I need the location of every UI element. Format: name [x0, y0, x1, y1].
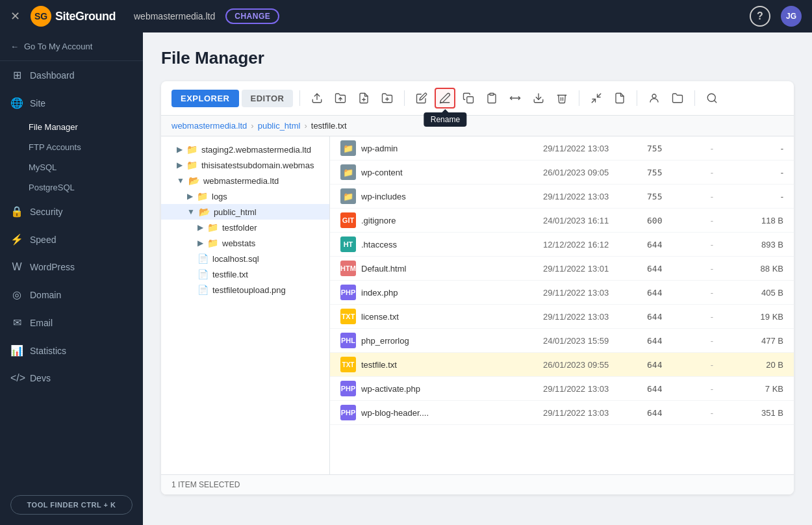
file-row[interactable]: 📁 wp-includes 29/11/2022 13:03 755 - - — [330, 185, 794, 209]
svg-rect-7 — [490, 94, 494, 96]
sidebar-item-devs[interactable]: </> Devs — [0, 365, 143, 392]
upload-file-button[interactable] — [307, 88, 327, 109]
download-icon — [533, 92, 544, 104]
user-avatar[interactable]: JG — [781, 6, 802, 27]
tree-item-testfile[interactable]: 📄 testfile.txt — [161, 266, 329, 282]
ht-file-icon: HT — [340, 237, 356, 252]
file-name-cell: PHP wp-blog-header.... — [340, 405, 543, 420]
new-file-icon — [358, 92, 370, 104]
file-name-cell: 📁 wp-includes — [340, 188, 543, 204]
sidebar-item-domain[interactable]: ◎ Domain — [0, 281, 143, 309]
tree-item-webmastermedia[interactable]: ▼ 📂 webmastermedia.ltd — [161, 173, 329, 188]
extract-icon — [614, 92, 626, 104]
sidebar-item-wordpress[interactable]: W WordPress — [0, 253, 143, 281]
tool-finder-button[interactable]: TOOL FINDER CTRL + K — [10, 495, 133, 515]
sidebar-item-email[interactable]: ✉ Email — [0, 309, 143, 337]
sidebar-item-statistics[interactable]: 📊 Statistics — [0, 337, 143, 365]
tree-item-staging2[interactable]: ▶ 📁 staging2.webmastermedia.ltd — [161, 142, 329, 157]
tree-item-thisisatest[interactable]: ▶ 📁 thisisatestsubdomain.webmas — [161, 157, 329, 173]
breadcrumb: webmastermedia.ltd › public_html › testf… — [161, 116, 794, 136]
sidebar-item-ftp[interactable]: FTP Accounts — [0, 137, 143, 157]
close-icon[interactable]: ✕ — [10, 9, 20, 23]
file-row[interactable]: GIT .gitignore 24/01/2023 16:11 600 - 11… — [330, 209, 794, 233]
compress-button[interactable] — [586, 88, 607, 109]
logo-icon: SG — [31, 6, 51, 27]
back-to-account[interactable]: ← Go To My Account — [0, 32, 143, 61]
new-folder-button[interactable] — [377, 88, 398, 109]
code-icon: </> — [10, 372, 23, 384]
file-row[interactable]: HT .htaccess 12/12/2022 16:12 644 - 893 … — [330, 233, 794, 257]
file-row[interactable]: TXT license.txt 29/11/2022 13:03 644 - 1… — [330, 305, 794, 329]
tree-item-logs[interactable]: ▶ 📁 logs — [161, 188, 329, 204]
svg-point-12 — [652, 94, 656, 98]
file-name-cell: HT .htaccess — [340, 237, 543, 252]
tree-item-testfiletoupload[interactable]: 📄 testfiletoupload.png — [161, 282, 329, 298]
txt-file-icon: TXT — [340, 309, 356, 324]
bar-chart-icon: 📊 — [10, 344, 23, 357]
upload-folder-button[interactable] — [330, 88, 351, 109]
extract-button[interactable] — [609, 88, 630, 109]
sidebar-item-security[interactable]: 🔒 Security — [0, 198, 143, 225]
edit-button[interactable] — [411, 88, 432, 109]
tree-item-public-html[interactable]: ▼ 📂 public_html — [161, 204, 329, 220]
new-folder-alt-button[interactable] — [667, 88, 688, 109]
sidebar-item-mysql[interactable]: MySQL — [0, 157, 143, 177]
sidebar-item-dashboard[interactable]: ⊞ Dashboard — [0, 61, 143, 89]
breadcrumb-public-html[interactable]: public_html — [258, 121, 301, 131]
php-file-icon: PHP — [340, 381, 356, 396]
file-row[interactable]: PHL php_errorlog 24/01/2023 15:59 644 - … — [330, 329, 794, 353]
rename-button[interactable]: Rename — [435, 88, 455, 109]
folder-icon: 📁 — [197, 191, 208, 201]
topbar-domain: webmastermedia.ltd — [134, 11, 215, 21]
download-button[interactable] — [528, 88, 549, 109]
search-button[interactable] — [702, 88, 722, 109]
file-row[interactable]: 📁 wp-content 26/01/2023 09:05 755 - - — [330, 160, 794, 185]
paste-button[interactable] — [481, 88, 502, 109]
permissions-button[interactable] — [644, 88, 665, 109]
tree-item-testfolder[interactable]: ▶ 📁 testfolder — [161, 220, 329, 235]
zap-icon: ⚡ — [10, 233, 23, 246]
delete-button[interactable] — [552, 88, 572, 109]
fm-toolbar: EXPLORER EDITOR — [161, 81, 794, 116]
folder-icon: 📁 — [340, 164, 356, 180]
upload-file-icon — [311, 92, 323, 104]
move-button[interactable] — [505, 88, 526, 109]
folder-open-icon: 📂 — [199, 207, 210, 217]
copy-button[interactable] — [458, 88, 479, 109]
tree-item-webstats[interactable]: ▶ 📁 webstats — [161, 235, 329, 251]
folder-icon: 📁 — [186, 144, 197, 155]
change-button[interactable]: CHANGE — [225, 8, 279, 24]
tree-item-localhost-sql[interactable]: 📄 localhost.sql — [161, 251, 329, 266]
file-row[interactable]: PHP wp-blog-header.... 29/11/2022 13:03 … — [330, 401, 794, 425]
file-row-selected[interactable]: TXT testfile.txt 26/01/2023 09:55 644 - … — [330, 353, 794, 377]
toolbar-separator-3 — [579, 90, 579, 106]
tree-item-label: logs — [212, 192, 227, 201]
sidebar-item-file-manager[interactable]: File Manager — [0, 117, 143, 137]
file-row[interactable]: HTM Default.html 29/11/2022 13:01 644 - … — [330, 257, 794, 281]
svg-rect-6 — [467, 97, 474, 103]
new-file-button[interactable] — [353, 88, 374, 109]
rename-icon — [439, 92, 451, 104]
toolbar-separator-2 — [404, 90, 405, 106]
main-layout: ← Go To My Account ⊞ Dashboard 🌐 Site Fi… — [0, 32, 812, 525]
sidebar-item-postgresql[interactable]: PostgreSQL — [0, 177, 143, 198]
folder-icon: 📁 — [207, 238, 218, 248]
status-bar: 1 ITEM SELECTED — [161, 474, 794, 494]
file-row[interactable]: 📁 wp-admin 29/11/2022 13:03 755 - - — [330, 136, 794, 160]
breadcrumb-root[interactable]: webmastermedia.ltd — [171, 121, 247, 131]
sidebar-item-speed[interactable]: ⚡ Speed — [0, 225, 143, 253]
tree-item-label: public_html — [214, 207, 257, 217]
tree-item-label: webstats — [222, 238, 255, 248]
svg-line-10 — [592, 99, 596, 103]
chevron-right-icon: ▶ — [187, 192, 193, 201]
tab-editor[interactable]: EDITOR — [242, 90, 294, 107]
logo: SG SiteGround — [31, 6, 116, 27]
log-file-icon: PHL — [340, 333, 356, 348]
help-button[interactable]: ? — [750, 6, 770, 27]
file-row[interactable]: PHP index.php 29/11/2022 13:03 644 - 405… — [330, 281, 794, 305]
new-folder-icon — [381, 92, 393, 104]
tree-item-label: testfile.txt — [212, 270, 248, 279]
file-row[interactable]: PHP wp-activate.php 29/11/2022 13:03 644… — [330, 377, 794, 401]
tab-explorer[interactable]: EXPLORER — [171, 90, 239, 107]
sidebar-item-site[interactable]: 🌐 Site — [0, 89, 143, 117]
